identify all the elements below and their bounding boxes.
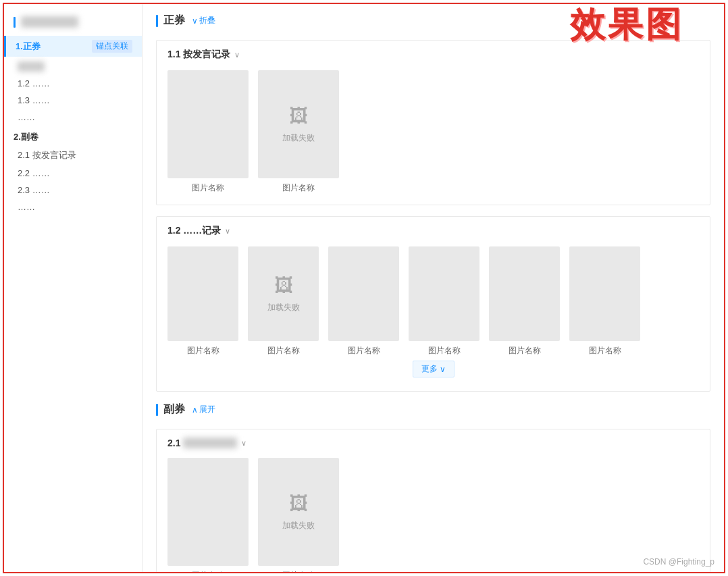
zhengquan-title: 正券 bbox=[163, 14, 185, 28]
image-grid-1-2: 图片名称 🖼 加载失败 图片名称 图片名称 bbox=[167, 246, 699, 357]
fuquan-title: 副券 bbox=[163, 402, 185, 417]
effect-title: 效果图 bbox=[570, 7, 683, 42]
sub-section-2-1-header: 2.1 ████████ ∨ bbox=[167, 438, 699, 448]
image-name: 图片名称 bbox=[267, 345, 300, 357]
sub-section-1-2-header: 1.2 ……记录 ∨ bbox=[167, 225, 699, 237]
image-name: 图片名称 bbox=[192, 182, 224, 194]
sub-section-1-2: 1.2 ……记录 ∨ 图片名称 🖼 加载失败 图片名称 bbox=[156, 216, 710, 392]
image-name: 图片名称 bbox=[589, 345, 621, 357]
section-zhengquan: 正券 ∨ 折叠 1.1 按发言记录 ∨ 图片名称 bbox=[156, 14, 710, 392]
image-card-failed[interactable]: 🖼 加载失败 bbox=[258, 70, 339, 178]
image-card-normal[interactable] bbox=[328, 246, 399, 341]
section-fuquan: 副券 ∧ 展开 2.1 ████████ ∨ 图片名称 bbox=[156, 402, 710, 572]
collapse-label: 折叠 bbox=[199, 15, 215, 26]
sub-section-2-1-title: 2.1 ████████ bbox=[167, 438, 237, 448]
sidebar: ████████ 1.正券 锚点关联 ████! 1.2 …… 1.3 …… …… bbox=[4, 4, 142, 572]
image-card-normal[interactable] bbox=[167, 70, 249, 178]
failed-image-icon: 🖼 bbox=[289, 105, 308, 127]
image-item: 图片名称 bbox=[167, 246, 238, 357]
sub-section-1-1-chevron[interactable]: ∨ bbox=[234, 51, 240, 59]
zhengquan-bar bbox=[156, 15, 158, 27]
image-card-normal[interactable] bbox=[167, 458, 249, 566]
sidebar-title-bar bbox=[14, 17, 16, 28]
failed-text: 加载失败 bbox=[282, 520, 315, 531]
image-grid-2-1: 图片名称 🖼 加载失败 图片名称 bbox=[167, 458, 699, 572]
image-grid-1-1: 图片名称 🖼 加载失败 图片名称 bbox=[167, 70, 699, 194]
sidebar-item-1-1[interactable]: ████! bbox=[4, 58, 142, 75]
image-item: 图片名称 bbox=[569, 246, 640, 357]
more-row: 更多 ∨ bbox=[167, 357, 699, 380]
sidebar-item-2-3[interactable]: 2.3 …… bbox=[4, 182, 142, 199]
image-card-failed[interactable]: 🖼 加载失败 bbox=[258, 458, 339, 566]
failed-image-icon: 🖼 bbox=[289, 492, 308, 515]
image-name: 图片名称 bbox=[509, 345, 541, 357]
collapse-icon: ∨ bbox=[192, 16, 198, 26]
sidebar-anchor-link[interactable]: 锚点关联 bbox=[92, 40, 132, 53]
zhengquan-collapse-btn[interactable]: ∨ 折叠 bbox=[192, 15, 215, 26]
sidebar-item-2-more[interactable]: …… bbox=[4, 199, 142, 215]
sidebar-section2-label: 2.副卷 bbox=[4, 126, 142, 146]
image-item: 图片名称 bbox=[167, 458, 249, 572]
image-name: 图片名称 bbox=[192, 570, 224, 572]
image-item: 🖼 加载失败 图片名称 bbox=[258, 458, 339, 572]
image-item: 图片名称 bbox=[328, 246, 399, 357]
image-card-normal[interactable] bbox=[167, 246, 238, 341]
sidebar-item-2-2[interactable]: 2.2 …… bbox=[4, 165, 142, 182]
image-item: 图片名称 bbox=[409, 246, 479, 357]
blurred-2-1: ████████ bbox=[183, 438, 236, 448]
failed-image-icon: 🖼 bbox=[274, 274, 293, 296]
expand-icon: ∧ bbox=[192, 405, 198, 415]
fuquan-header: 副券 ∧ 展开 bbox=[156, 402, 710, 421]
sidebar-item-1-3[interactable]: 1.3 …… bbox=[4, 92, 142, 109]
failed-text: 加载失败 bbox=[282, 132, 315, 144]
more-label: 更多 bbox=[421, 363, 438, 375]
sidebar-section1-label: 1.正券 bbox=[16, 41, 41, 53]
watermark: CSDN @Fighting_p bbox=[643, 557, 714, 567]
expand-label: 展开 bbox=[199, 404, 215, 415]
sidebar-item-1-more[interactable]: …… bbox=[4, 109, 142, 126]
image-item: 🖼 加载失败 图片名称 bbox=[258, 70, 339, 194]
more-button[interactable]: 更多 ∨ bbox=[413, 361, 454, 377]
image-name: 图片名称 bbox=[282, 182, 315, 194]
image-name: 图片名称 bbox=[348, 345, 380, 357]
sub-section-1-1-header: 1.1 按发言记录 ∨ bbox=[167, 49, 699, 61]
image-item: 🖼 加载失败 图片名称 bbox=[248, 246, 319, 357]
image-name: 图片名称 bbox=[187, 345, 219, 357]
sidebar-item-2-1[interactable]: 2.1 按发言记录 bbox=[4, 146, 142, 165]
image-name: 图片名称 bbox=[428, 345, 461, 357]
sub-section-2-1-chevron[interactable]: ∨ bbox=[241, 439, 246, 448]
sidebar-item-1-2[interactable]: 1.2 …… bbox=[4, 75, 142, 92]
sidebar-section-zhengquan[interactable]: 1.正券 锚点关联 bbox=[4, 36, 142, 57]
sub-section-1-1: 1.1 按发言记录 ∨ 图片名称 🖼 加载失败 图 bbox=[156, 40, 710, 205]
image-card-normal[interactable] bbox=[569, 246, 640, 341]
fuquan-expand-btn[interactable]: ∧ 展开 bbox=[192, 404, 215, 415]
fuquan-bar bbox=[156, 404, 158, 416]
image-card-failed[interactable]: 🖼 加载失败 bbox=[248, 246, 319, 341]
image-item: 图片名称 bbox=[167, 70, 249, 194]
image-card-normal[interactable] bbox=[409, 246, 479, 341]
sub-section-1-2-chevron[interactable]: ∨ bbox=[225, 227, 230, 236]
sub-section-1-1-title: 1.1 按发言记录 bbox=[167, 49, 230, 61]
more-chevron-icon: ∨ bbox=[440, 365, 446, 374]
failed-text: 加载失败 bbox=[267, 302, 300, 313]
sidebar-item-1-1-text: ████! bbox=[18, 61, 45, 72]
sidebar-title: ████████ bbox=[4, 11, 142, 36]
image-card-normal[interactable] bbox=[489, 246, 560, 341]
app-container: ████████ 1.正券 锚点关联 ████! 1.2 …… 1.3 …… …… bbox=[3, 3, 725, 573]
image-name: 图片名称 bbox=[282, 570, 315, 572]
sub-section-2-1: 2.1 ████████ ∨ 图片名称 🖼 加载失败 图片名称 bbox=[156, 429, 710, 572]
sidebar-title-text: ████████ bbox=[21, 16, 78, 28]
main-content: 效果图 正券 ∨ 折叠 1.1 按发言记录 ∨ bbox=[142, 4, 724, 572]
image-item: 图片名称 bbox=[489, 246, 560, 357]
sub-section-1-2-title: 1.2 ……记录 bbox=[167, 225, 221, 237]
